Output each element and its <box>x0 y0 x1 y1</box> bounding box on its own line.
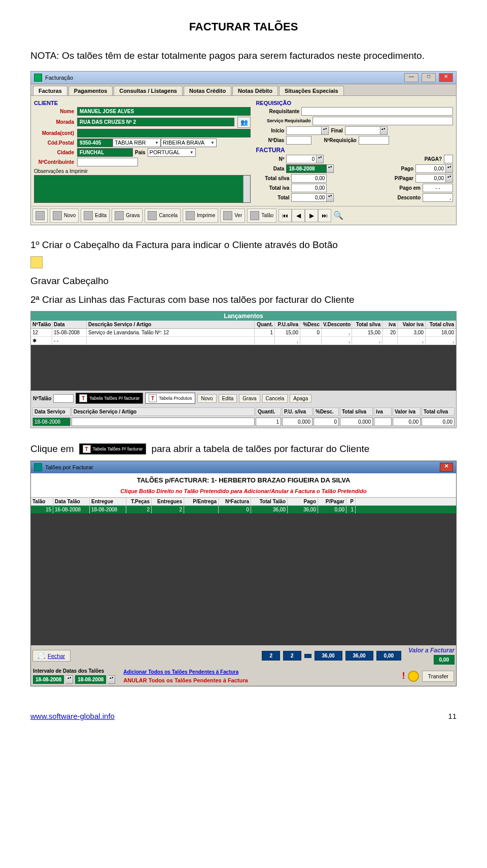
new-icon <box>53 211 62 220</box>
spin-n[interactable]: ▴▾ <box>317 155 324 163</box>
win3-instr: Clique Botão Direito no Talão Pretendido… <box>31 487 456 497</box>
val-codpost[interactable]: 9350-405 <box>77 138 113 147</box>
ver-btn[interactable]: Ver <box>220 209 245 223</box>
nav-prev[interactable]: ◀ <box>292 209 305 222</box>
lbl-pago: Pago <box>399 166 415 171</box>
val-ndias[interactable] <box>286 136 311 145</box>
sel-pais[interactable]: PORTUGAL▼ <box>148 148 196 157</box>
val-serv[interactable] <box>312 117 453 125</box>
lancamentos-panel: Lançamentos NºTalão Data Descrição Servi… <box>30 311 457 428</box>
sel-conc[interactable]: RIBEIRA BRAVA▼ <box>161 138 217 147</box>
tab-facturas[interactable]: Facturas <box>33 86 67 95</box>
input-ntalao[interactable] <box>53 394 74 403</box>
transfer-button[interactable]: Transfer <box>422 671 454 682</box>
spin-data[interactable]: ▴▾ <box>327 164 334 173</box>
tabela-produtos-button[interactable]: TTabela Produtos <box>145 393 195 404</box>
talao-btn[interactable]: Talão <box>247 209 276 223</box>
grid-row[interactable]: 12 15-08-2008 Serviço de Lavandaria. Tal… <box>31 329 456 337</box>
edita-btn[interactable]: Edita <box>81 209 110 223</box>
val-requisitante[interactable] <box>301 107 453 116</box>
t-icon: T <box>79 394 87 402</box>
add-all-link[interactable]: Adicionar Todos os Talões Pendentes á Fa… <box>123 669 399 675</box>
val-ncontrib[interactable] <box>77 158 138 166</box>
edita-line-btn[interactable]: Edita <box>219 394 237 403</box>
lbl-intervalo: Intervalo de Datas dos Talões <box>33 668 115 674</box>
tabela-taloes-button[interactable]: TTabela Talões P/ facturar <box>76 393 143 404</box>
val-moradac[interactable] <box>77 129 251 137</box>
win3-title: Talões por Facturar <box>45 464 93 470</box>
anular-all-link[interactable]: ANULAR Todos os Talões Pendentes á Factu… <box>123 677 399 683</box>
win3-close[interactable]: ✕ <box>440 463 453 472</box>
spin-pago[interactable]: ▴▾ <box>446 164 453 173</box>
save-icon <box>115 211 124 220</box>
lbl-moradac: Morada(cont) <box>34 130 77 136</box>
novo-btn[interactable]: Novo <box>50 209 79 223</box>
footer-url[interactable]: www.software-global.info <box>30 712 115 720</box>
val-n[interactable]: 0 <box>286 155 317 163</box>
tab-notas-credito[interactable]: Notas Crédito <box>184 86 231 95</box>
sel-loc[interactable]: TABUA RBR▼ <box>113 138 161 147</box>
lbl-tsiva: Total s/iva <box>256 176 291 181</box>
date-from[interactable]: 18-08-2008 <box>33 675 64 684</box>
spin-ppagar[interactable]: ▴▾ <box>446 174 453 183</box>
close-button[interactable]: ✕ <box>439 73 453 82</box>
grava-line-btn[interactable]: Grava <box>239 394 260 403</box>
clique-prefix: Clique em <box>30 443 74 455</box>
val-final[interactable] <box>345 126 380 135</box>
note-text: NOTA: Os talões têm de estar totalmente … <box>30 49 457 63</box>
grid-row-empty[interactable]: ✱- -,,,,, <box>31 337 456 345</box>
lanc-header: Lançamentos <box>31 311 456 321</box>
minimize-button[interactable]: — <box>404 73 419 82</box>
nav-first[interactable]: ⏮ <box>279 209 292 222</box>
maximize-button[interactable]: □ <box>422 73 436 82</box>
tot-ent: 2 <box>283 651 301 661</box>
val-desconto[interactable]: , <box>423 193 453 202</box>
lbl-cidade: Cidade <box>34 150 77 155</box>
date-to[interactable]: 18-08-2008 <box>75 675 106 684</box>
tab-pagamentos[interactable]: Pagamentos <box>68 86 113 95</box>
novo-line-btn[interactable]: Novo <box>197 394 216 403</box>
spin-d1[interactable]: ▴▾ <box>66 675 73 684</box>
lbl-ppagar: P/Pagar <box>393 176 415 181</box>
val-tsiva: 0,00 <box>291 174 327 183</box>
apaga-line-btn[interactable]: Apaga <box>290 394 311 403</box>
scrollbar[interactable] <box>243 176 250 202</box>
val-data[interactable]: 18-08-2008 <box>286 164 327 173</box>
val-pagoem[interactable]: - - <box>423 184 453 192</box>
cancela-line-btn[interactable]: Cancela <box>262 394 288 403</box>
tab-notas-debito[interactable]: Notas Débito <box>232 86 278 95</box>
cancela-btn[interactable]: Cancela <box>145 209 181 223</box>
toolbar: Novo Edita Grava Cancela Imprime Ver Tal… <box>31 206 456 225</box>
grava-btn[interactable]: Grava <box>112 209 143 223</box>
obs-textarea[interactable] <box>34 175 251 203</box>
spin-final[interactable]: ▴▾ <box>380 126 388 135</box>
col-viva: Valor iva <box>398 321 426 328</box>
spin-d2[interactable]: ▴▾ <box>108 675 115 684</box>
tab-consultas[interactable]: Consultas / Listagens <box>114 86 183 95</box>
nav-last[interactable]: ⏭ <box>318 209 331 222</box>
tabs: Facturas Pagamentos Consultas / Listagen… <box>31 84 456 96</box>
select-client-button[interactable]: 👥 <box>237 117 251 128</box>
spin-total[interactable]: ▴▾ <box>327 193 334 202</box>
prev-btn[interactable] <box>32 209 48 223</box>
chk-paga[interactable] <box>444 155 453 163</box>
fechar-button[interactable]: 📄 Fechar <box>32 650 71 662</box>
val-cidade[interactable]: FUNCHAL <box>77 148 133 157</box>
val-nome[interactable]: MANUEL JOSE ALVES <box>77 107 251 116</box>
val-nreq[interactable] <box>359 136 389 145</box>
val-morada[interactable]: RUA DAS CRUZES Nº 2 <box>77 118 234 126</box>
search-icon[interactable]: 🔍 <box>333 211 343 220</box>
spin-inicio[interactable]: ▴▾ <box>322 126 329 135</box>
cliente-head: CLIENTE <box>34 99 251 107</box>
step1-text: 1º Criar o Cabeçalho da Factura para ind… <box>30 238 457 253</box>
val-fact-amount: 0,00 <box>434 655 455 665</box>
nav-next[interactable]: ▶ <box>305 209 318 222</box>
window3-titlebar: Talões por Facturar ✕ <box>31 461 456 473</box>
step1b-text: Gravar Cabeçalho <box>30 274 457 289</box>
win3-totals-row: 📄 Fechar 2 2 36,00 36,00 0,00 Valor a Fa… <box>31 645 456 666</box>
val-inicio[interactable] <box>286 126 322 135</box>
tab-situacoes[interactable]: Situações Especiais <box>279 86 344 95</box>
inline-tabela-taloes-button[interactable]: TTabela Talões P/ facturar <box>79 443 147 455</box>
win3-row[interactable]: 15 16-08-2008 18-08-2008 2 2 0 36,00 36,… <box>31 506 456 513</box>
imprime-btn[interactable]: Imprime <box>183 209 218 223</box>
